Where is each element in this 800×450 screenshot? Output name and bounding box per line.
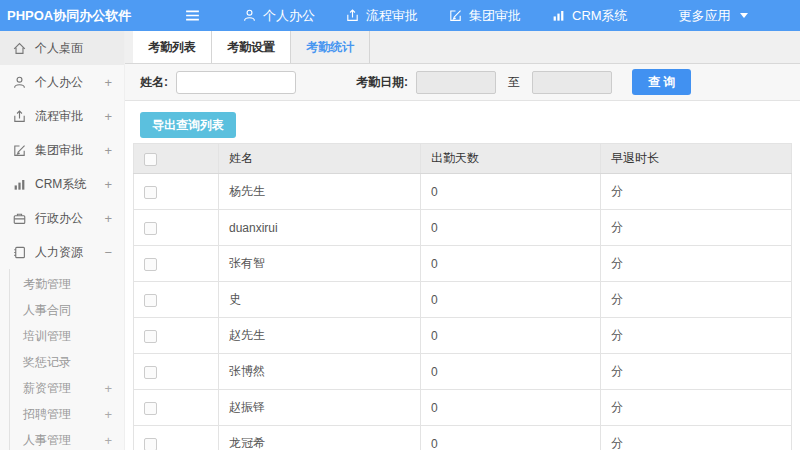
table-row: 赵先生 0 分 [134,318,792,354]
row-late-cell: 分 [601,318,792,354]
row-name-cell: 赵振铎 [219,390,421,426]
row-days-cell: 0 [421,210,601,246]
sidebar-item[interactable]: CRM系统 + [0,167,124,201]
app-logo: PHPOA协同办公软件 [0,7,126,25]
expand-toggle: + [104,212,112,225]
row-name-cell: 史 [219,282,421,318]
expand-toggle: + [104,144,112,157]
date-to-label: 至 [508,74,520,91]
edit-icon [12,143,27,158]
sidebar-main-items: 个人桌面 个人办公 + 流程审批 + 集团审批 [0,31,124,269]
user-icon [242,8,257,23]
sidebar-item-label: 人力资源 [35,244,83,261]
hamburger-icon [184,7,201,24]
row-select-cell [134,210,219,246]
sidebar-sub-item-label: 人事合同 [23,302,71,319]
top-nav-item[interactable]: 个人办公 [227,0,330,31]
tab[interactable]: 考勤列表 [133,31,212,63]
name-filter-label: 姓名: [140,74,168,91]
menu-toggle-button[interactable] [184,7,201,24]
sidebar-sub-item[interactable]: 人事合同 [10,297,124,323]
sidebar-sub-item[interactable]: 考勤管理 [10,271,124,297]
row-days-cell: 0 [421,318,601,354]
table-row: 张有智 0 分 [134,246,792,282]
tab[interactable]: 考勤统计 [291,31,370,63]
export-list-button[interactable]: 导出查询列表 [140,112,236,138]
row-days-cell: 0 [421,354,601,390]
row-checkbox[interactable] [144,294,157,307]
sidebar-item-label: 行政办公 [35,210,83,227]
nav-icon [658,8,673,23]
row-late-cell: 分 [601,426,792,450]
table-row: duanxirui 0 分 [134,210,792,246]
row-name-cell: 杨先生 [219,174,421,210]
sidebar-sub-item[interactable]: 薪资管理 + [10,375,124,401]
expand-toggle: − [104,246,112,259]
sidebar-sub-item[interactable]: 奖惩记录 [10,349,124,375]
expand-toggle: + [104,76,112,89]
table-body: 杨先生 0 分 duanxirui 0 分 [134,174,792,450]
chart-icon [12,177,27,192]
tab-label: 考勤设置 [227,39,275,56]
sidebar-sub-item-label: 培训管理 [23,328,71,345]
row-select-cell [134,246,219,282]
top-header: PHPOA协同办公软件 个人办公 流程审批 [0,0,800,31]
sidebar-sub-item-label: 考勤管理 [23,276,71,293]
top-nav: 个人办公 流程审批 集团审批 CRM系统 [227,0,763,31]
chevron-down-icon [740,13,748,18]
top-nav-item-label: 个人办公 [263,7,315,25]
expand-toggle: + [104,178,112,191]
select-all-checkbox[interactable] [144,153,157,166]
top-nav-item[interactable]: CRM系统 [536,0,643,31]
sidebar-item[interactable]: 流程审批 + [0,99,124,133]
row-checkbox[interactable] [144,186,157,199]
row-days-cell: 0 [421,426,601,450]
row-checkbox[interactable] [144,330,157,343]
row-checkbox[interactable] [144,222,157,235]
top-nav-item-label: 集团审批 [469,7,521,25]
sidebar-sub-item[interactable]: 培训管理 [10,323,124,349]
search-button[interactable]: 查 询 [632,69,691,95]
tab[interactable]: 考勤设置 [212,31,291,63]
sidebar-sub-items: 考勤管理 人事合同 培训管理 奖惩记录 [9,269,124,450]
row-checkbox[interactable] [144,438,157,450]
row-checkbox[interactable] [144,258,157,271]
column-header-days: 出勤天数 [421,144,601,174]
sidebar-sub-item[interactable]: 招聘管理 + [10,401,124,427]
toolbar: 导出查询列表 [125,101,800,142]
expand-toggle: + [104,408,112,421]
filter-bar: 姓名: 考勤日期: 至 查 询 [125,64,800,101]
select-all-header-cell [134,144,219,174]
tab-label: 考勤统计 [306,39,354,56]
date-to-input[interactable] [532,71,612,94]
top-nav-item-label: 流程审批 [366,7,418,25]
row-select-cell [134,390,219,426]
sidebar-item[interactable]: 集团审批 + [0,133,124,167]
row-checkbox[interactable] [144,366,157,379]
tab-label: 考勤列表 [148,39,196,56]
top-nav-item[interactable]: 流程审批 [330,0,433,31]
table-row: 杨先生 0 分 [134,174,792,210]
attendance-table-wrap: 姓名 出勤天数 早退时长 杨先生 0 分 [133,143,792,450]
row-name-cell: duanxirui [219,210,421,246]
page: PHPOA协同办公软件 个人办公 流程审批 [0,0,800,450]
row-name-cell: 张博然 [219,354,421,390]
sidebar-item[interactable]: 个人办公 + [0,65,124,99]
sidebar-item[interactable]: 行政办公 + [0,201,124,235]
name-filter-input[interactable] [176,71,296,94]
sidebar: 个人桌面 个人办公 + 流程审批 + 集团审批 [0,31,125,450]
sidebar-sub-item[interactable]: 人事管理 + [10,427,124,450]
date-from-input[interactable] [416,71,496,94]
row-checkbox[interactable] [144,402,157,415]
row-select-cell [134,426,219,450]
row-days-cell: 0 [421,246,601,282]
row-days-cell: 0 [421,174,601,210]
top-nav-item-label: CRM系统 [572,7,628,25]
sidebar-item[interactable]: 个人桌面 [0,31,124,65]
table-row: 史 0 分 [134,282,792,318]
top-nav-item[interactable]: 更多应用 [643,0,763,31]
top-nav-item[interactable]: 集团审批 [433,0,536,31]
edit-icon [448,8,463,23]
tab-bar: 考勤列表 考勤设置 考勤统计 [125,31,800,64]
sidebar-item[interactable]: 人力资源 − [0,235,124,269]
